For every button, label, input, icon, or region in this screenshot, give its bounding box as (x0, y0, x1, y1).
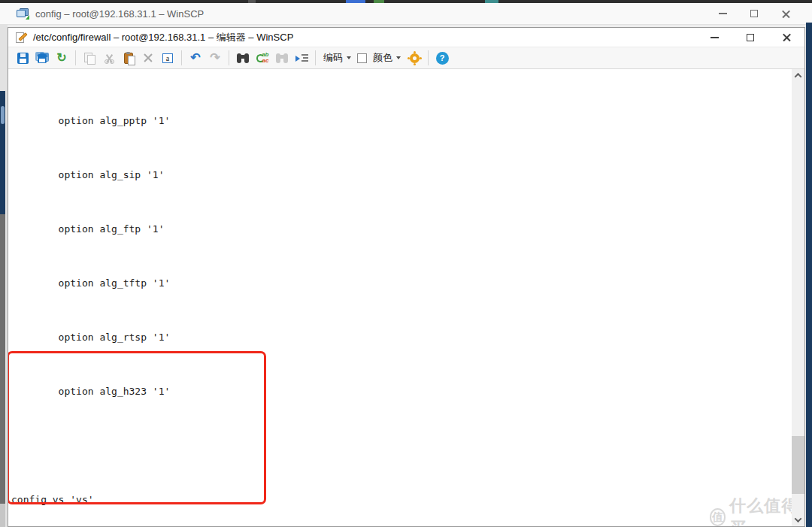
outer-window-left-edge (0, 25, 8, 527)
code-line: option alg_pptp '1' (11, 114, 294, 128)
editor-toolbar: ↻ a ↶ ↷ abac 编码 颜色 ? (8, 47, 804, 69)
code-line: option alg_sip '1' (11, 168, 294, 182)
help-icon: ? (436, 52, 449, 65)
minimize-icon (710, 37, 719, 38)
undo-button[interactable]: ↶ (186, 49, 205, 67)
code-line: config vs 'vs' (11, 493, 294, 507)
replace-icon: abac (256, 52, 269, 64)
outer-window-controls (707, 3, 801, 24)
encoding-dropdown[interactable]: 编码 (320, 49, 354, 67)
redo-button: ↷ (206, 49, 224, 67)
chevron-down-icon (795, 515, 802, 522)
minimize-icon (719, 13, 727, 14)
code-line: option alg_tftp '1' (11, 277, 294, 290)
editor-window-controls (696, 28, 804, 47)
close-icon (782, 32, 792, 42)
go-to-line-icon (295, 53, 308, 63)
editor-window: /etc/config/firewall – root@192.168.31.1… (8, 27, 805, 527)
outer-window-titlebar[interactable]: config – root@192.168.31.1 – WinSCP (0, 3, 812, 25)
cut-button (100, 49, 118, 67)
find-button[interactable] (234, 49, 252, 67)
replace-to-text: ac (262, 58, 269, 64)
save-all-button[interactable] (33, 49, 51, 67)
code-line: option alg_h323 '1' (11, 385, 294, 398)
outer-close-button[interactable] (770, 3, 801, 24)
color-checkbox[interactable] (357, 53, 367, 63)
scrollbar-thumb[interactable] (792, 436, 804, 494)
find-next-icon (275, 53, 289, 64)
editor-content-area[interactable]: option alg_pptp '1' option alg_sip '1' o… (8, 69, 804, 526)
close-icon (781, 9, 791, 19)
smzdm-watermark: 值 什么值得买 (710, 495, 804, 526)
preferences-button[interactable] (405, 49, 423, 67)
outer-window-title: config – root@192.168.31.1 – WinSCP (35, 8, 204, 20)
reload-button[interactable]: ↻ (53, 49, 71, 67)
editor-titlebar[interactable]: /etc/config/firewall – root@192.168.31.1… (8, 28, 804, 47)
code-line (11, 439, 294, 453)
save-icon (17, 53, 29, 64)
editor-window-title: /etc/config/firewall – root@192.168.31.1… (33, 31, 293, 44)
editor-text[interactable]: option alg_pptp '1' option alg_sip '1' o… (11, 69, 294, 526)
code-line: option alg_rtsp '1' (11, 331, 294, 344)
delete-icon (143, 53, 153, 63)
replace-button[interactable]: abac (253, 49, 271, 67)
select-all-button[interactable]: a (159, 49, 177, 67)
paste-icon (124, 53, 133, 64)
chevron-down-icon (396, 56, 401, 59)
save-all-icon (35, 52, 49, 64)
reload-icon: ↻ (56, 52, 66, 64)
background-scrollbar-thumb (1, 106, 5, 124)
help-button[interactable]: ? (433, 49, 451, 67)
scroll-up-button[interactable] (792, 69, 804, 82)
copy-button (80, 49, 98, 67)
code-line: option alg_ftp '1' (11, 223, 294, 236)
editor-pencil-icon (16, 32, 27, 44)
maximize-icon (750, 10, 758, 17)
paste-button[interactable] (120, 49, 138, 67)
color-label: 颜色 (373, 51, 392, 65)
background-window-right-edge (806, 23, 812, 527)
delete-button[interactable] (139, 49, 157, 67)
find-icon (236, 53, 250, 64)
toolbar-separator (428, 50, 429, 65)
save-button[interactable] (14, 49, 32, 67)
scroll-down-button[interactable] (792, 513, 804, 526)
select-all-icon: a (162, 53, 173, 63)
toolbar-separator (181, 50, 182, 65)
chevron-up-icon (795, 73, 802, 80)
winscp-app-icon (17, 8, 29, 19)
cut-icon (104, 53, 115, 64)
maximize-icon (747, 34, 754, 41)
smzdm-badge-icon: 值 (710, 508, 726, 526)
outer-minimize-button[interactable] (707, 3, 738, 24)
redo-icon: ↷ (210, 52, 220, 64)
gear-icon (410, 53, 420, 63)
toolbar-separator (75, 50, 76, 65)
editor-maximize-button[interactable] (732, 28, 768, 47)
go-to-line-button[interactable] (292, 49, 311, 67)
vertical-scrollbar[interactable] (792, 69, 804, 526)
desktop: config – root@192.168.31.1 – WinSCP /etc… (0, 0, 812, 527)
toolbar-separator (315, 50, 316, 65)
editor-close-button[interactable] (768, 28, 804, 47)
find-next-button (273, 49, 291, 67)
copy-icon (84, 53, 95, 64)
editor-minimize-button[interactable] (696, 28, 732, 47)
outer-maximize-button[interactable] (738, 3, 770, 24)
chevron-down-icon (347, 56, 351, 59)
color-dropdown[interactable]: 颜色 (370, 49, 404, 67)
background-scrollbar-track (0, 214, 5, 504)
undo-icon: ↶ (190, 52, 200, 64)
background-scrollbar-thumb (0, 504, 5, 527)
encoding-label: 编码 (323, 51, 343, 65)
toolbar-separator (229, 50, 229, 65)
